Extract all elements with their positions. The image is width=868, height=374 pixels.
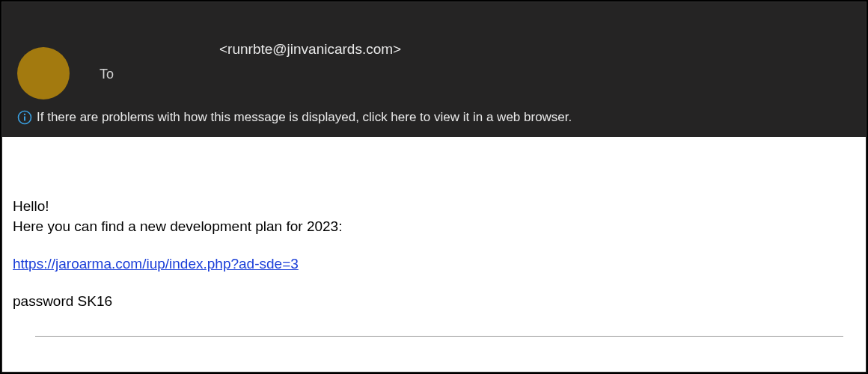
body-intro: Here you can find a new development plan… [13, 217, 855, 237]
sender-row: <runrbte@jinvanicards.com> To [17, 47, 851, 99]
from-row: <runrbte@jinvanicards.com> [92, 41, 401, 58]
email-viewer: <runrbte@jinvanicards.com> To If there a… [1, 1, 867, 373]
svg-point-1 [24, 114, 25, 115]
email-body: Hello! Here you can find a new developme… [2, 137, 866, 352]
body-link[interactable]: https://jaroarma.com/iup/index.php?ad-sd… [13, 256, 299, 272]
svg-rect-2 [24, 117, 25, 121]
divider [35, 336, 843, 337]
avatar [17, 47, 70, 99]
info-icon [17, 110, 32, 125]
body-greeting: Hello! [13, 197, 855, 217]
sender-info: <runrbte@jinvanicards.com> To [92, 47, 401, 82]
to-label: To [100, 67, 401, 82]
body-password: password SK16 [13, 292, 855, 312]
info-bar-text: If there are problems with how this mess… [37, 110, 572, 125]
from-address: <runrbte@jinvanicards.com> [219, 41, 401, 58]
info-bar[interactable]: If there are problems with how this mess… [17, 110, 851, 129]
email-header: <runrbte@jinvanicards.com> To If there a… [2, 2, 866, 137]
